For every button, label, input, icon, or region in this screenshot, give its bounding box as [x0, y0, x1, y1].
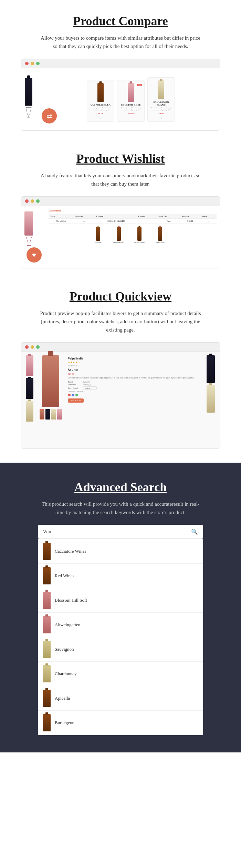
qv-thumb-2[interactable]	[45, 409, 50, 420]
result-label-burkegeon: Burkegeon	[55, 720, 74, 726]
new-badge: NEW	[137, 84, 142, 86]
search-icon[interactable]: 🔍	[191, 529, 198, 535]
browser-bar	[21, 59, 220, 68]
dot-red-2	[25, 199, 29, 203]
quickview-title: Product Quickview	[21, 289, 220, 304]
dot-green	[36, 62, 40, 65]
qv-thumb-4[interactable]	[57, 409, 62, 420]
col-stocklist: Stock List	[157, 214, 180, 219]
quickview-description: Product preview pop-up facilitates buyer…	[38, 309, 203, 334]
sauvignon-bottle	[158, 80, 164, 99]
cluster-rose-compare-link[interactable]: compare	[119, 117, 143, 119]
wishlist-browser-window: VINOSHOP Name Quantity Created Counter S…	[21, 196, 220, 268]
qv-size-label: Size : Small	[68, 387, 82, 389]
main-bottle-img	[42, 355, 59, 407]
advanced-search-section: Advanced Search This product search will…	[0, 463, 241, 752]
col-amount: Amount	[180, 214, 200, 219]
qv-right-thumb-2	[207, 385, 215, 413]
product-compare-section: Product Compare Allow your buyers to com…	[0, 0, 241, 145]
col-quantity: Quantity	[74, 214, 95, 219]
cluster-rose-name: CLUSTER ROSE	[119, 103, 143, 106]
wishlist-left-product	[24, 211, 33, 248]
valpolicella-bottle	[97, 83, 104, 102]
qv-product-name: Valpolicella	[68, 357, 201, 360]
quickview-far-right	[205, 355, 217, 413]
sauvignon-compare-link[interactable]: compare	[149, 117, 173, 119]
search-result-altweingarten[interactable]: Altweingarten	[38, 613, 203, 637]
qv-brand-label: Brand	[68, 381, 82, 383]
exchange-icon-circle: ⇄	[42, 108, 57, 124]
color-swatch-blue[interactable]	[72, 394, 74, 396]
color-swatch-red[interactable]	[68, 394, 71, 396]
search-result-blossom[interactable]: Blossom Hill Soft	[38, 588, 203, 613]
row1-created: 2023-01-01 16:03 PM	[95, 219, 137, 224]
wishlist-row-1: My wishlist — 2023-01-01 16:03 PM 1 View…	[49, 219, 217, 224]
search-result-sauvignon[interactable]: Sauvignon	[38, 637, 203, 662]
compare-left-product	[24, 78, 33, 121]
compare-description: Allow your buyers to compare items with …	[38, 34, 203, 50]
qv-price: $12.90	[68, 368, 201, 372]
qv-left-thumb-3	[26, 401, 33, 422]
dot-red	[25, 62, 29, 65]
wishlist-product-cluster: CLUSTER ROSE	[110, 227, 127, 243]
color-swatch-green[interactable]	[75, 394, 78, 396]
dot-green-3	[36, 345, 40, 349]
search-result-cacciatore[interactable]: Cacciatore Wines	[38, 539, 203, 564]
compare-product-valpolicella: VALPOLICELLA Lorem ipsum dolor sit amet,…	[87, 80, 114, 122]
qv-size-field: Size : Small Small ▾	[68, 386, 201, 390]
result-bottle-cacciatore	[43, 543, 51, 560]
search-input-value: Win	[43, 529, 51, 535]
wishlist-product-valpolicella: VALPOLICELLA	[131, 227, 148, 243]
valpolicella-name: VALPOLICELLA	[88, 103, 113, 106]
search-results-container: Cacciatore Wines Red Wines Blossom Hill …	[38, 539, 203, 735]
valpolicella-compare-link[interactable]: compare	[88, 117, 113, 119]
qv-thumb-3[interactable]	[51, 409, 56, 420]
row1-name: My wishlist	[49, 219, 74, 224]
wishlist-glass-svg	[25, 236, 33, 247]
result-bottle-chardonnay	[43, 665, 51, 682]
wishlist-description: A handy feature that lets your consumers…	[38, 171, 203, 188]
quickview-far-left	[24, 355, 35, 422]
cluster-rose-bottle	[128, 83, 134, 102]
qv-right-thumb-1	[207, 355, 215, 383]
sauvignon-name: SAUVIGNON BLANC	[149, 101, 173, 106]
search-result-chardonnay[interactable]: Chardonnay	[38, 662, 203, 686]
sauvignon-desc: Lorem ipsum dolor sit amet, consectetur …	[149, 107, 173, 111]
dot-yellow-3	[31, 345, 34, 349]
product-wishlist-section: Product Wishlist A handy feature that le…	[0, 145, 241, 282]
search-result-burkegeon[interactable]: Burkegeon	[38, 711, 203, 735]
qv-old-price: $29.00	[68, 373, 201, 375]
compare-title: Product Compare	[21, 14, 220, 28]
cluster-rose-price: $9.00	[119, 112, 143, 115]
result-bottle-sauvignon	[43, 641, 51, 658]
qv-dimension: Dimension : 40x40cm	[68, 391, 201, 392]
qv-size-select[interactable]: Small ▾	[83, 386, 97, 390]
result-bottle-apicella	[43, 690, 51, 707]
compare-products-grid: VALPOLICELLA Lorem ipsum dolor sit amet,…	[87, 77, 175, 122]
search-result-apicella[interactable]: Apicella	[38, 686, 203, 711]
add-to-cart-button[interactable]: Add to Cart	[68, 398, 84, 403]
search-input-container[interactable]: Win 🔍	[38, 525, 203, 539]
wishlist-valpolicella-label: VALPOLICELLA	[131, 241, 148, 243]
cluster-rose-desc: Lorem ipsum dolor sit amet, consectetur …	[119, 107, 143, 111]
result-label-blossom: Blossom Hill Soft	[55, 598, 87, 603]
result-bottle-burkegeon	[43, 714, 51, 731]
qv-thumb-1[interactable]	[40, 409, 44, 420]
qv-brand-field: Brand Label11	[68, 381, 201, 383]
row1-delete[interactable]: ✕	[200, 219, 217, 224]
quickview-main-product	[37, 355, 64, 420]
wishlist-rose-bottle	[24, 211, 33, 236]
dot-yellow	[31, 62, 34, 65]
row1-counter: 1	[137, 219, 157, 224]
heart-icon-circle: ♥	[27, 247, 42, 263]
result-label-sauvignon: Sauvignon	[55, 647, 74, 652]
wishlist-cluster-label: CLUSTER ROSE	[110, 241, 127, 243]
dot-yellow-2	[31, 199, 34, 203]
col-created: Created	[95, 214, 137, 219]
quickview-content: Valpolicella ★★★★☆ 12 reviews $12.90 $29…	[21, 352, 220, 448]
quickview-browser-bar	[21, 343, 220, 352]
row1-amount: $12.00	[180, 219, 200, 224]
col-delete: Delete	[200, 214, 217, 219]
qv-reference-field: Reference démon_8	[68, 384, 201, 386]
search-result-red-wines[interactable]: Red Wines	[38, 564, 203, 588]
